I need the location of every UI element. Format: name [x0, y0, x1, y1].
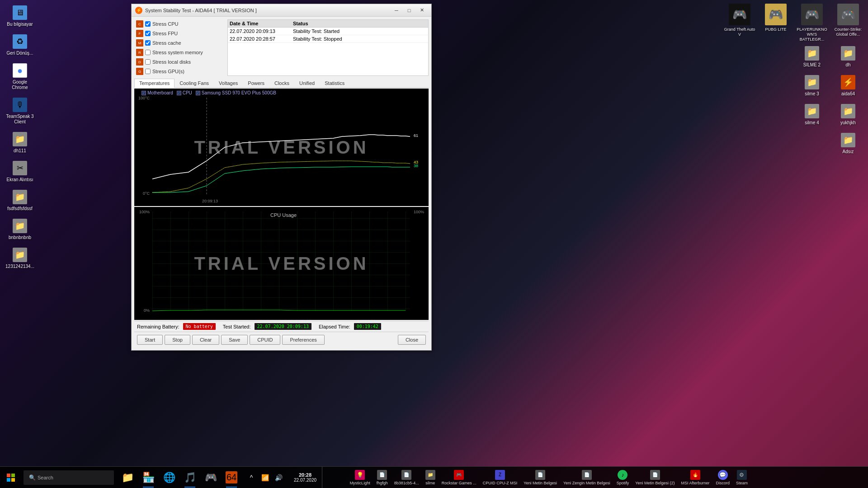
icon-silme3[interactable]: 📁 silme 3: [796, 73, 828, 99]
taskbar-apps: 📁 🏪 🌐 🎵 🎮 64: [118, 467, 241, 488]
cpuid-button[interactable]: CPUID: [250, 335, 280, 345]
clock-time: 20:28: [299, 472, 311, 478]
stress-memory-label: Stress system memory: [152, 50, 203, 55]
taskbar-spotify-app[interactable]: 🎵: [180, 468, 200, 488]
taskbar-file-explorer[interactable]: 📁: [118, 468, 137, 488]
tray-8b381[interactable]: 📄 8b381cb5-4...: [392, 468, 422, 488]
stress-cache-checkbox[interactable]: [145, 40, 151, 46]
stress-disks-checkbox[interactable]: [145, 59, 151, 65]
status-bar: Remaining Battery: No battery Test Start…: [134, 321, 429, 332]
test-started-label: Test Started:: [223, 324, 251, 329]
icon-counter-strike[interactable]: 🎮 Counter-Strike: Global Offe...: [830, 2, 866, 43]
disks-icon: D: [136, 58, 143, 66]
log-status-2: Stability Test: Stopped: [293, 36, 426, 42]
svg-text:100°C: 100°C: [138, 96, 150, 100]
tab-temperatures[interactable]: Temperatures: [134, 79, 175, 88]
minimize-button[interactable]: ─: [391, 6, 402, 15]
system-tray: ^ 📶 🔊: [241, 467, 288, 488]
tray-cpuid[interactable]: Z CPUID CPU-Z MSI: [480, 468, 520, 488]
log-row-1[interactable]: 22.07.2020 20:09:13 Stability Test: Star…: [228, 28, 428, 35]
icon-fsdfsdfsfdssf[interactable]: 📁 fsdfsdfsfdssf: [4, 188, 36, 213]
tray-yeni-zengin[interactable]: 📄 Yeni Zengin Metin Belgesi: [561, 468, 613, 488]
icon-ekran-alintisi[interactable]: ✂ Ekran Alıntısı: [4, 159, 36, 184]
tab-powers[interactable]: Powers: [243, 79, 269, 87]
battery-value: No battery: [183, 323, 216, 330]
tray-fhgfgh[interactable]: 📄 fhgfgh: [374, 468, 391, 488]
tray-network[interactable]: 📶: [259, 467, 271, 488]
window-close-button[interactable]: Close: [398, 335, 426, 345]
tab-voltages[interactable]: Voltages: [214, 79, 243, 87]
icon-teamspeak[interactable]: 🎙 TeamSpeak 3 Client: [4, 96, 36, 127]
taskbar: 🔍 Search 📁 🏪 🌐 🎵 🎮 64: [0, 466, 868, 488]
icon-aida64[interactable]: ⚡ aida64: [832, 73, 864, 99]
taskbar-chrome-app[interactable]: 🌐: [159, 468, 179, 488]
icon-bu-bilgisayar[interactable]: 🖥 Bu bilgisayar: [4, 4, 36, 29]
tray-yeni-metin[interactable]: 📄 Yeni Metin Belgesi: [521, 468, 560, 488]
legend-check-motherboard[interactable]: ✓: [142, 91, 146, 95]
start-button[interactable]: Start: [137, 335, 163, 345]
close-button[interactable]: ✕: [416, 6, 428, 15]
icon-yukhjkh[interactable]: 📁 yukhjkh: [832, 102, 864, 127]
tab-statistics[interactable]: Statistics: [320, 79, 349, 87]
system-clock[interactable]: 20:28 22.07.2020: [288, 467, 322, 488]
col-date: Date & Time: [230, 21, 293, 26]
icon-playerunknown[interactable]: 🎮 PLAYERUNKNOWN'S BATTLEGR...: [794, 2, 830, 43]
icon-bnbnbnbnb[interactable]: 📁 bnbnbnbnb: [4, 217, 36, 242]
aida64-window: ⚡ System Stability Test - AIDA64 [ TRIAL…: [131, 4, 432, 351]
tray-msi-afterburner[interactable]: 🔥 MSI Afterburner: [678, 468, 712, 488]
stress-fpu-checkbox[interactable]: [145, 31, 151, 36]
tray-volume[interactable]: 🔊: [272, 467, 285, 488]
tab-cooling-fans[interactable]: Cooling Fans: [175, 79, 214, 87]
tray-rockstar[interactable]: 🎮 Rockstar Games ...: [439, 468, 479, 488]
search-placeholder: Search: [38, 475, 53, 480]
cache-icon: M: [136, 39, 143, 47]
icon-geri-donusum[interactable]: ♻ Geri Dönüş...: [4, 33, 36, 58]
temp-chart-svg: 100°C 0°C 61 43 38: [134, 89, 429, 206]
taskbar-aida-app[interactable]: 64: [222, 468, 241, 488]
maximize-button[interactable]: □: [403, 6, 415, 15]
clear-button[interactable]: Clear: [192, 335, 219, 345]
remaining-battery-label: Remaining Battery:: [137, 324, 179, 329]
show-desktop-button[interactable]: [322, 467, 326, 488]
icon-dh-right[interactable]: 📁 dh: [832, 44, 864, 70]
icon-pubg[interactable]: 🎮 PUBG LITE: [758, 2, 794, 43]
bottom-buttons: Start Stop Clear Save CPUID Preferences …: [134, 332, 429, 347]
cpu-icon: C: [136, 20, 143, 28]
desktop: 🖥 Bu bilgisayar ♻ Geri Dönüş... ● Google…: [0, 0, 868, 488]
tab-clocks[interactable]: Clocks: [269, 79, 294, 87]
legend-check-ssd[interactable]: ✓: [196, 91, 200, 95]
tray-mysticlight[interactable]: 💡 MysticLight: [347, 468, 373, 488]
save-button[interactable]: Save: [221, 335, 248, 345]
search-bar[interactable]: 🔍 Search: [24, 470, 114, 485]
window-titlebar[interactable]: ⚡ System Stability Test - AIDA64 [ TRIAL…: [132, 4, 431, 17]
stress-cpu-label: Stress CPU: [152, 21, 178, 27]
taskbar-store[interactable]: 🏪: [138, 468, 158, 488]
start-menu-button[interactable]: [0, 467, 22, 488]
tray-yeni-metin2[interactable]: 📄 Yeni Metin Belgesi (2): [632, 468, 677, 488]
tab-unified[interactable]: Unified: [294, 79, 320, 87]
icon-1231242134[interactable]: 📁 1231242134...: [4, 246, 36, 271]
stress-cpu-checkbox[interactable]: [145, 21, 151, 27]
tray-steam[interactable]: ⚙ Steam: [733, 468, 750, 488]
log-row-2[interactable]: 22.07.2020 20:28:57 Stability Test: Stop…: [228, 35, 428, 43]
tray-silme[interactable]: 📁 silme: [423, 468, 438, 488]
tray-discord[interactable]: 💬 Discord: [713, 468, 732, 488]
tray-chevron[interactable]: ^: [245, 467, 258, 488]
stress-memory-checkbox[interactable]: [145, 50, 151, 55]
icon-google-chrome[interactable]: ● Google Chrome: [4, 61, 36, 92]
icon-silme4[interactable]: 📁 silme 4: [796, 102, 828, 127]
log-status-1: Stability Test: Started: [293, 28, 426, 34]
stress-gpu-checkbox[interactable]: [145, 69, 151, 74]
taskbar-steam-app[interactable]: 🎮: [201, 468, 221, 488]
icon-dh111[interactable]: 📁 dh111: [4, 130, 36, 155]
svg-rect-14: [7, 474, 10, 477]
stop-button[interactable]: Stop: [165, 335, 190, 345]
icon-gta[interactable]: 🎮 Grand Theft Auto V: [722, 2, 758, 43]
stress-item-gpu: G Stress GPU(s): [134, 67, 225, 76]
tray-spotify[interactable]: ♪ Spotify: [614, 468, 632, 488]
preferences-button[interactable]: Preferences: [282, 335, 324, 345]
legend-check-cpu[interactable]: ✓: [177, 91, 181, 95]
icon-silme2[interactable]: 📁 SILME 2: [796, 44, 828, 70]
svg-text:100%: 100%: [139, 210, 150, 214]
icon-adsiz[interactable]: 📁 Adsız: [832, 131, 864, 156]
